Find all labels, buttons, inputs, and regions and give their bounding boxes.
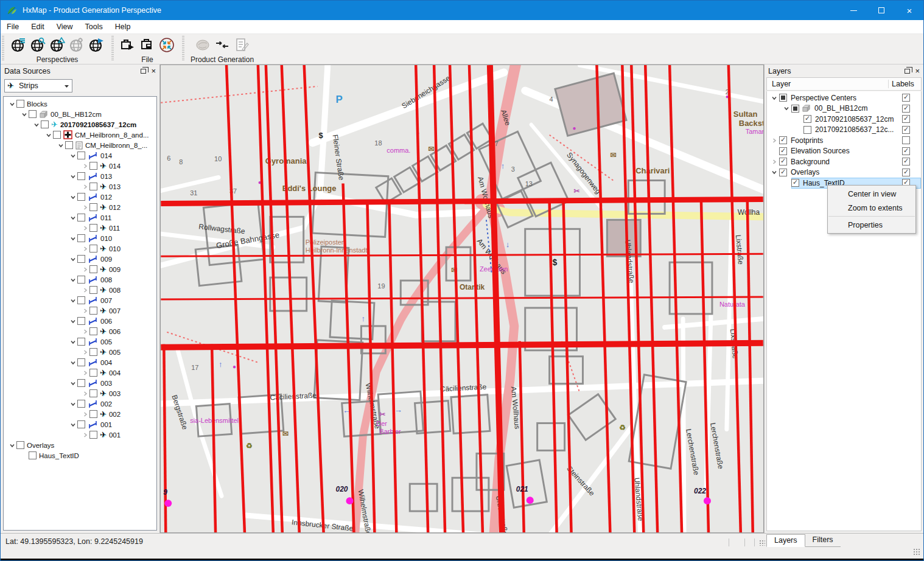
tree-row[interactable]: CM_Heilbronn_8_and... (4, 130, 156, 140)
checkbox[interactable] (89, 307, 97, 315)
chevron-down-icon[interactable] (68, 173, 77, 179)
labels-checkbox[interactable] (902, 169, 910, 176)
chevron-right-icon[interactable] (80, 411, 89, 417)
checkbox[interactable] (89, 162, 97, 170)
chevron-down-icon[interactable] (19, 111, 29, 117)
menu-help[interactable]: Help (109, 21, 137, 33)
checkbox[interactable] (77, 172, 85, 180)
tab-filters[interactable]: Filters (805, 534, 841, 547)
tree-row[interactable]: ✈012 (4, 202, 156, 212)
layer-visibility-checkbox[interactable] (779, 147, 787, 155)
tree-row[interactable]: 002 (4, 399, 156, 409)
layer-row[interactable]: Footprints (767, 135, 921, 146)
maximize-button[interactable] (867, 1, 895, 20)
checkbox[interactable] (77, 214, 85, 221)
chevron-down-icon[interactable] (782, 105, 791, 111)
menu-file[interactable]: File (1, 21, 25, 33)
menu-view[interactable]: View (51, 21, 79, 33)
chevron-right-icon[interactable] (80, 391, 89, 397)
resize-grip[interactable] (913, 548, 921, 556)
chevron-down-icon[interactable] (7, 442, 16, 448)
float-panel-icon[interactable] (905, 69, 910, 74)
chevron-right-icon[interactable] (80, 163, 89, 169)
chevron-right-icon[interactable] (80, 267, 89, 273)
checkbox[interactable] (89, 203, 97, 211)
checkbox[interactable] (89, 369, 97, 377)
tree-row[interactable]: Overlays (4, 440, 156, 450)
checkbox[interactable] (77, 358, 85, 366)
chevron-down-icon[interactable] (68, 318, 77, 324)
checkbox[interactable] (89, 389, 97, 397)
tree-row[interactable]: Blocks (4, 99, 156, 109)
chevron-down-icon[interactable] (68, 339, 77, 345)
checkbox[interactable] (77, 276, 85, 284)
tree-row[interactable]: 004 (4, 357, 156, 368)
chevron-down-icon[interactable] (68, 380, 77, 386)
checkbox[interactable] (89, 224, 97, 232)
tree-row[interactable]: ✈009 (4, 264, 156, 274)
splitter-grip[interactable] (759, 540, 765, 546)
map-view[interactable]: SiebeneichgasseFleiner StraßeGroße Bahng… (160, 64, 764, 533)
tree-row[interactable]: ✈006 (4, 326, 156, 336)
layer-row[interactable]: Perspective Centers (767, 92, 921, 103)
chevron-down-icon[interactable] (68, 256, 77, 262)
chevron-right-icon[interactable] (80, 349, 89, 355)
toolbar-grip[interactable] (2, 36, 4, 60)
checkbox[interactable] (77, 152, 85, 159)
tree-row[interactable]: 003 (4, 378, 156, 388)
tree-row[interactable]: ✈011 (4, 223, 156, 233)
float-panel-icon[interactable] (141, 69, 146, 74)
checkbox[interactable] (16, 441, 24, 449)
perspective-center-point[interactable] (704, 497, 711, 504)
chevron-right-icon[interactable] (80, 432, 89, 438)
layer-row[interactable]: Overlays (767, 167, 921, 178)
tree-row[interactable]: ✈004 (4, 368, 156, 378)
checkbox[interactable] (77, 379, 85, 387)
tree-row[interactable]: ✈013 (4, 181, 156, 192)
chevron-right-icon[interactable] (80, 329, 89, 335)
labels-checkbox[interactable] (902, 94, 910, 102)
checkbox[interactable] (77, 400, 85, 408)
close-button[interactable]: × (895, 1, 923, 20)
chevron-down-icon[interactable] (68, 277, 77, 283)
checkbox[interactable] (77, 193, 85, 201)
chevron-right-icon[interactable] (80, 370, 89, 376)
toolbar-grip[interactable] (182, 36, 184, 60)
chevron-down-icon[interactable] (32, 122, 41, 128)
tree-row[interactable]: 011 (4, 212, 156, 223)
chevron-down-icon[interactable] (769, 169, 779, 175)
checkbox[interactable] (77, 296, 85, 304)
tree-row[interactable]: ✈001 (4, 430, 156, 440)
checkbox[interactable] (89, 431, 97, 439)
chevron-down-icon[interactable] (68, 298, 77, 304)
checkbox[interactable] (77, 317, 85, 325)
checkbox[interactable] (77, 420, 85, 428)
menu-edit[interactable]: Edit (25, 21, 51, 33)
layer-row[interactable]: 20170921085637_12cm (767, 114, 921, 125)
globe-search-icon[interactable] (30, 37, 46, 53)
tree-row[interactable]: 001 (4, 419, 156, 430)
perspective-center-point[interactable] (164, 500, 172, 507)
tree-row[interactable]: ✈008 (4, 285, 156, 295)
tree-row[interactable]: 014 (4, 150, 156, 161)
project-save-icon[interactable] (139, 37, 155, 53)
toolbar-grip[interactable] (111, 36, 114, 60)
globe-play-icon[interactable] (88, 37, 104, 53)
merge-arrows-icon[interactable] (214, 37, 230, 53)
layer-row[interactable]: Background (767, 156, 921, 167)
tree-row[interactable]: 012 (4, 192, 156, 202)
tree-row[interactable]: 00_BL_HB12cm (4, 109, 156, 119)
chevron-right-icon[interactable] (80, 184, 89, 190)
globe-measure-icon[interactable] (49, 37, 65, 53)
globe-settings-icon[interactable] (69, 37, 85, 53)
checkbox[interactable] (89, 348, 97, 356)
labels-checkbox[interactable] (902, 126, 910, 134)
checkbox[interactable] (89, 327, 97, 335)
chevron-down-icon[interactable] (769, 95, 779, 101)
checkbox[interactable] (65, 141, 73, 149)
tree-row[interactable]: 013 (4, 171, 156, 181)
tree-row[interactable]: ✈20170921085637_12cm (4, 119, 156, 130)
checkbox[interactable] (53, 131, 61, 139)
layer-visibility-checkbox[interactable] (791, 179, 799, 187)
chevron-down-icon[interactable] (68, 194, 77, 200)
